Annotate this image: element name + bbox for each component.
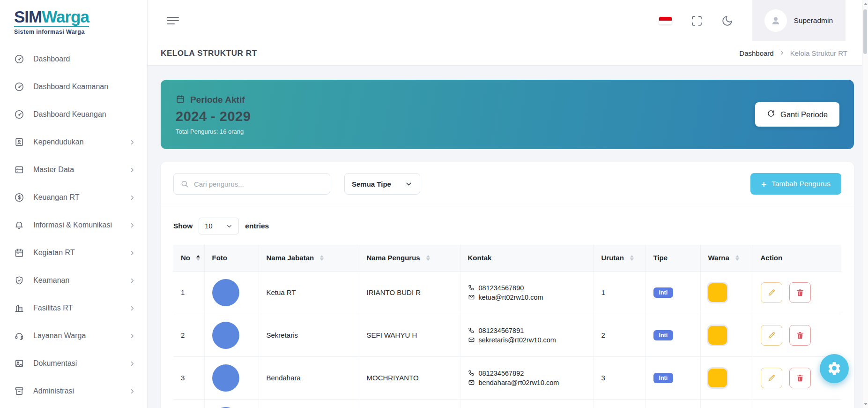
- sidebar-item-informasi-komunikasi[interactable]: Informasi & Komunikasi: [0, 212, 147, 239]
- breadcrumb: Dashboard Kelola Struktur RT: [739, 49, 847, 57]
- cell-pengurus: SEFI WAHYU H: [359, 314, 460, 356]
- column-header-foto: Foto: [204, 245, 259, 271]
- mail-icon: [468, 336, 475, 343]
- page-title: KELOLA STRUKTUR RT: [161, 49, 257, 58]
- shield-check-icon: [14, 275, 24, 286]
- period-label: Periode Aktif: [190, 95, 245, 105]
- edit-button[interactable]: [761, 368, 782, 388]
- indonesia-flag-icon[interactable]: [659, 16, 672, 25]
- brand-tagline: Sistem informasi Warga: [14, 29, 138, 35]
- cell-action: [753, 399, 841, 408]
- page-size-select[interactable]: 10: [199, 218, 239, 234]
- user-avatar-icon: [764, 9, 787, 32]
- gear-icon: [827, 361, 842, 377]
- sidebar-item-layanan-warga[interactable]: Layanan Warga: [0, 322, 147, 350]
- id-card-icon: [14, 137, 24, 147]
- breadcrumb-dashboard-link[interactable]: Dashboard: [739, 49, 773, 57]
- delete-button[interactable]: [789, 368, 811, 388]
- column-header-no[interactable]: No: [173, 245, 204, 271]
- sidebar-item-keuangan-rt[interactable]: Keuangan RT: [0, 184, 147, 212]
- settings-fab-button[interactable]: [820, 354, 849, 383]
- edit-button[interactable]: [761, 325, 782, 346]
- cell-warna: [700, 356, 753, 399]
- app-window: SIMWarga Sistem informasi Warga Dashboar…: [0, 0, 868, 408]
- column-header-nama-pengurus[interactable]: Nama Pengurus: [359, 245, 460, 271]
- cell-jabatan: Bendahara: [259, 356, 359, 399]
- change-period-label: Ganti Periode: [780, 110, 828, 119]
- table-row: 4 Seksi Pembangunan ENDANG KUSNADI 08123…: [173, 399, 841, 408]
- sidebar-item-keamanan[interactable]: Keamanan: [0, 267, 147, 295]
- dark-mode-moon-icon[interactable]: [721, 15, 733, 27]
- user-menu[interactable]: Superadmin: [752, 0, 846, 41]
- column-header-tipe: Tipe: [645, 245, 700, 271]
- active-period-card: Periode Aktif 2024 - 2029 Total Pengurus…: [161, 80, 854, 149]
- column-header-urutan[interactable]: Urutan: [594, 245, 645, 271]
- type-badge: Inti: [653, 373, 674, 383]
- cell-tipe: Seksi: [645, 399, 700, 408]
- phone-icon: [468, 284, 475, 291]
- color-swatch: [708, 326, 727, 345]
- chevron-down-icon: [405, 180, 413, 188]
- period-info: Periode Aktif 2024 - 2029 Total Pengurus…: [176, 94, 251, 135]
- entries-row: Show 10 entries: [161, 206, 854, 241]
- cell-pengurus: MOCHRIYANTO: [359, 356, 460, 399]
- edit-button[interactable]: [761, 282, 782, 303]
- pengurus-photo: [212, 322, 239, 349]
- fullscreen-icon[interactable]: [691, 15, 703, 27]
- page-content: Periode Aktif 2024 - 2029 Total Pengurus…: [148, 66, 868, 408]
- sidebar-item-fasilitas-rt[interactable]: Fasilitas RT: [0, 295, 147, 322]
- calendar-icon: [176, 94, 185, 106]
- change-period-button[interactable]: Ganti Periode: [755, 102, 839, 127]
- cell-action: [753, 314, 841, 356]
- sidebar-item-dashboard-keuangan[interactable]: Dashboard Keuangan: [0, 101, 147, 128]
- color-swatch: [708, 369, 727, 387]
- sidebar-item-dashboard-keamanan[interactable]: Dashboard Keamanan: [0, 73, 147, 101]
- sidebar-item-master-data[interactable]: Master Data: [0, 156, 147, 184]
- cell-foto: [204, 271, 259, 314]
- sort-arrows-icon: [630, 255, 634, 261]
- add-pengurus-label: Tambah Pengurus: [772, 180, 831, 188]
- sidebar-item-dashboard[interactable]: Dashboard: [0, 45, 147, 73]
- phone-icon: [468, 327, 475, 334]
- sidebar-toggle-icon[interactable]: [167, 15, 179, 27]
- vertical-scrollbar[interactable]: [862, 0, 868, 408]
- type-filter-select[interactable]: Semua Tipe: [344, 173, 420, 195]
- add-pengurus-button[interactable]: + Tambah Pengurus: [750, 173, 841, 195]
- cell-jabatan: Sekretaris: [259, 314, 359, 356]
- brand-logo[interactable]: SIMWarga Sistem informasi Warga: [0, 0, 147, 39]
- cell-foto: [204, 356, 259, 399]
- period-range: 2024 - 2029: [176, 109, 251, 124]
- sidebar-item-dokumentasi[interactable]: Dokumentasi: [0, 350, 147, 378]
- period-label-row: Periode Aktif: [176, 94, 251, 106]
- calendar-icon: [14, 248, 24, 258]
- chevron-down-icon: [226, 223, 233, 230]
- pencil-icon: [767, 288, 776, 297]
- delete-button[interactable]: [789, 282, 811, 303]
- topbar: Superadmin: [148, 0, 868, 41]
- column-header-warna[interactable]: Warna: [700, 245, 753, 271]
- sort-arrows-icon: [426, 255, 430, 261]
- search-input[interactable]: [194, 180, 323, 188]
- chevron-right-icon: [129, 249, 136, 257]
- sidebar-item-kegiatan-rt[interactable]: Kegiatan RT: [0, 239, 147, 267]
- pencil-icon: [767, 374, 776, 382]
- sort-arrows-icon: [735, 255, 739, 261]
- delete-button[interactable]: [789, 325, 811, 346]
- chevron-right-icon: [129, 305, 136, 312]
- chevron-right-icon: [129, 194, 136, 201]
- cell-warna: [700, 271, 753, 314]
- scroll-up-icon[interactable]: [864, 3, 868, 5]
- sidebar-item-administrasi[interactable]: Administrasi: [0, 378, 147, 405]
- scroll-down-icon[interactable]: [864, 403, 868, 405]
- scrollbar-thumb[interactable]: [863, 9, 867, 54]
- trash-icon: [796, 331, 804, 340]
- column-header-nama-jabatan[interactable]: Nama Jabatan: [259, 245, 359, 271]
- period-total: Total Pengurus: 16 orang: [176, 128, 251, 135]
- page-header: KELOLA STRUKTUR RT Dashboard Kelola Stru…: [148, 41, 868, 66]
- trash-icon: [796, 374, 804, 382]
- brand-wordmark: SIMWarga: [14, 8, 89, 27]
- search-box: [173, 173, 330, 195]
- sidebar-item-kependudukan[interactable]: Kependudukan: [0, 128, 147, 156]
- chevron-right-icon: [129, 222, 136, 229]
- cell-tipe: Inti: [645, 356, 700, 399]
